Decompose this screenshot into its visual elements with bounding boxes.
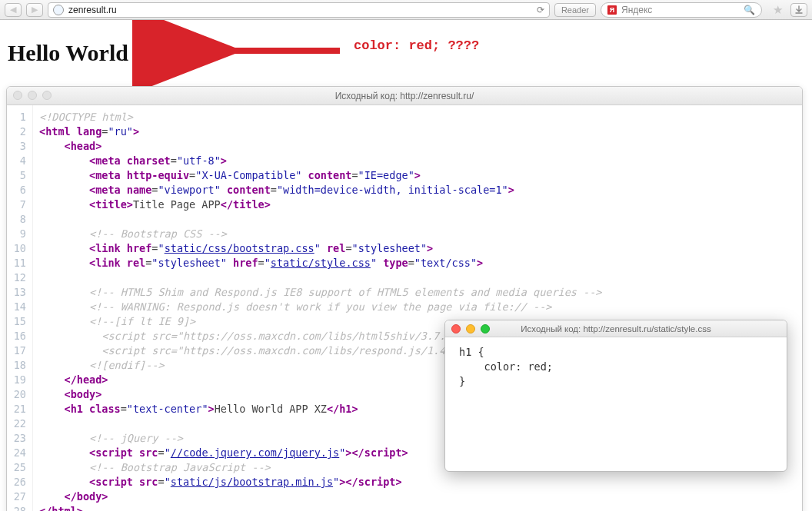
- code-line: </html>: [39, 504, 602, 511]
- browser-toolbar: ◀ ▶ zenresult.ru ⟳ Reader Я Яндекс 🔍 ★: [0, 0, 812, 20]
- code-line: <!DOCTYPE html>: [39, 110, 602, 124]
- traffic-lights: [451, 324, 490, 333]
- code-line: <script src="static/js/bootstrap.min.js"…: [39, 475, 602, 489]
- code-line: <!-- HTML5 Shim and Respond.js IE8 suppo…: [39, 285, 602, 300]
- code-line: <meta http-equiv="X-UA-Compatible" conte…: [39, 168, 602, 183]
- code-line: <meta name="viewport" content="width=dev…: [39, 183, 602, 197]
- site-icon: [53, 5, 64, 15]
- search-icon[interactable]: 🔍: [744, 5, 755, 15]
- code-line: <!-- WARNING: Respond.js doesn't work if…: [39, 300, 602, 314]
- download-icon: [794, 5, 804, 15]
- search-placeholder: Яндекс: [621, 5, 739, 15]
- downloads-button[interactable]: [790, 3, 807, 17]
- window-minimize-icon[interactable]: [28, 91, 37, 100]
- address-bar[interactable]: zenresult.ru ⟳: [48, 2, 550, 18]
- reader-button[interactable]: Reader: [554, 3, 596, 17]
- code-line: <link rel="stylesheet" href="static/styl…: [39, 256, 602, 270]
- reload-icon[interactable]: ⟳: [537, 5, 544, 15]
- code-line: [39, 270, 602, 285]
- stylesheet-popup-window: Исходный код: http://zenresult.ru/static…: [444, 320, 787, 472]
- popup-window-title: Исходный код: http://zenresult.ru/static…: [514, 324, 717, 333]
- code-line: <!-- Bootstrap CSS -->: [39, 227, 602, 241]
- url-text: zenresult.ru: [68, 5, 532, 15]
- window-close-icon[interactable]: [13, 91, 22, 100]
- reader-label: Reader: [561, 5, 589, 15]
- window-maximize-icon[interactable]: [481, 324, 490, 333]
- back-button[interactable]: ◀: [5, 3, 22, 17]
- forward-button[interactable]: ▶: [26, 3, 43, 17]
- line-number-gutter: 1234567891011121314151617181920212223242…: [7, 105, 33, 511]
- bookmark-icon[interactable]: ★: [773, 3, 783, 17]
- code-line: <head>: [39, 139, 602, 154]
- window-minimize-icon[interactable]: [466, 324, 475, 333]
- source-window-title: Исходный код: http://zenresult.ru/: [335, 91, 474, 101]
- popup-css-body[interactable]: h1 { color: red; }: [445, 337, 787, 397]
- window-maximize-icon[interactable]: [42, 91, 52, 100]
- code-line: [39, 212, 602, 227]
- search-field[interactable]: Я Яндекс 🔍: [601, 2, 762, 18]
- popup-titlebar[interactable]: Исходный код: http://zenresult.ru/static…: [445, 320, 787, 337]
- page-content: Hello World APP XZ color: red; ???? Исхо…: [0, 20, 812, 511]
- code-line: <html lang="ru">: [39, 124, 602, 139]
- code-line: <meta charset="utf-8">: [39, 154, 602, 168]
- window-close-icon[interactable]: [451, 324, 461, 333]
- yandex-icon: Я: [607, 5, 617, 15]
- annotation-text: color: red; ????: [354, 38, 479, 53]
- traffic-lights: [13, 91, 52, 100]
- code-line: <title>Title Page APP</title>: [39, 197, 602, 212]
- source-titlebar[interactable]: Исходный код: http://zenresult.ru/: [7, 87, 802, 105]
- code-line: <link href="static/css/bootstrap.css" re…: [39, 241, 602, 256]
- code-line: </body>: [39, 489, 602, 504]
